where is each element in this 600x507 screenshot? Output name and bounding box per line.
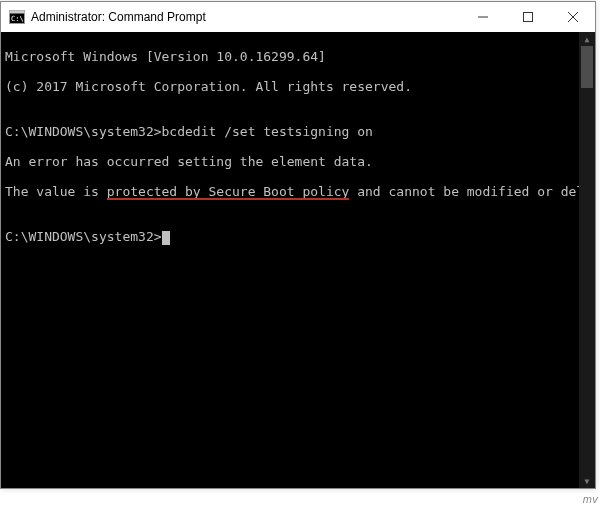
secure-boot-phrase: protected by Secure Boot policy — [107, 184, 350, 199]
version-line: Microsoft Windows [Version 10.0.16299.64… — [5, 49, 591, 64]
red-underline-annotation — [107, 198, 350, 200]
window-controls — [460, 2, 595, 32]
svg-text:C:\: C:\ — [11, 15, 24, 23]
scroll-down-arrow-icon[interactable]: ▼ — [579, 474, 595, 488]
prompt-path: C:\WINDOWS\system32> — [5, 229, 162, 244]
minimize-button[interactable] — [460, 2, 505, 32]
err2-post: and cannot be modified or deleted. — [349, 184, 595, 199]
command-entered: bcdedit /set testsigning on — [162, 124, 373, 139]
prompt-line-1: C:\WINDOWS\system32>bcdedit /set testsig… — [5, 124, 591, 139]
terminal-area[interactable]: Microsoft Windows [Version 10.0.16299.64… — [1, 32, 595, 488]
maximize-button[interactable] — [505, 2, 550, 32]
watermark-text: mv — [583, 493, 598, 505]
error-line-1: An error has occurred setting the elemen… — [5, 154, 591, 169]
close-button[interactable] — [550, 2, 595, 32]
window-title: Administrator: Command Prompt — [31, 10, 460, 24]
scrollbar-thumb[interactable] — [581, 46, 593, 88]
scroll-up-arrow-icon[interactable]: ▲ — [579, 32, 595, 46]
err2-pre: The value is — [5, 184, 107, 199]
titlebar[interactable]: C:\ Administrator: Command Prompt — [1, 2, 595, 32]
cmd-icon: C:\ — [9, 9, 25, 25]
prompt-path: C:\WINDOWS\system32> — [5, 124, 162, 139]
prompt-line-2: C:\WINDOWS\system32> — [5, 229, 591, 244]
command-prompt-window: C:\ Administrator: Command Prompt Micros… — [0, 1, 596, 489]
svg-rect-1 — [10, 11, 25, 14]
terminal-content: Microsoft Windows [Version 10.0.16299.64… — [1, 32, 595, 276]
vertical-scrollbar[interactable]: ▲ ▼ — [579, 32, 595, 488]
svg-rect-4 — [523, 13, 532, 22]
error-line-2: The value is protected by Secure Boot po… — [5, 184, 591, 199]
text-cursor — [162, 231, 170, 245]
copyright-line: (c) 2017 Microsoft Corporation. All righ… — [5, 79, 591, 94]
